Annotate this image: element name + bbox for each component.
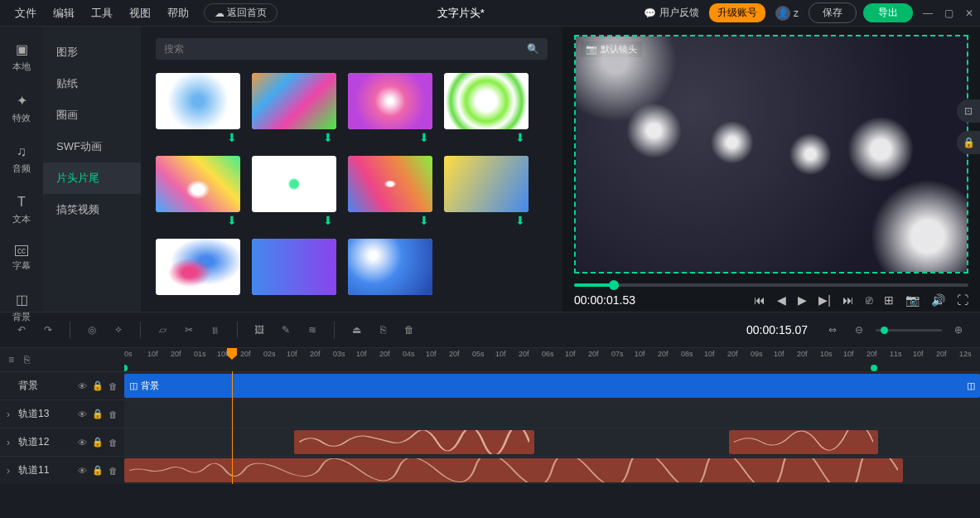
asset-thumb[interactable]: [348, 73, 432, 129]
lock-icon[interactable]: 🔒: [92, 409, 104, 419]
user-menu[interactable]: 👤 z: [775, 6, 799, 21]
menu-tools[interactable]: 工具: [83, 6, 121, 21]
download-icon[interactable]: ⬇: [419, 131, 429, 144]
save-button[interactable]: 保存: [809, 2, 857, 23]
zoom-in-button[interactable]: ⊕: [949, 320, 968, 340]
asset-thumb[interactable]: [156, 73, 240, 129]
export-clip-button[interactable]: ⏏: [346, 320, 366, 340]
lock-tool[interactable]: 🔒: [957, 131, 980, 154]
playhead[interactable]: [227, 348, 237, 360]
target-button[interactable]: ◎: [82, 320, 102, 340]
out-marker[interactable]: [871, 365, 877, 371]
visibility-icon[interactable]: 👁: [78, 438, 87, 448]
tab-subtitle[interactable]: cc字幕: [12, 245, 31, 272]
zoom-slider[interactable]: [876, 329, 942, 332]
export-button[interactable]: 导出: [863, 3, 913, 22]
prev-frame-button[interactable]: ⏮: [754, 293, 765, 307]
preview-slider[interactable]: [574, 283, 968, 287]
audio-clip[interactable]: [124, 458, 903, 482]
tracks-copy-button[interactable]: ⎘: [24, 354, 30, 366]
cat-stickers[interactable]: 贴纸: [43, 68, 141, 99]
visibility-icon[interactable]: 👁: [78, 381, 87, 391]
close-button[interactable]: ✕: [965, 7, 973, 19]
play-button[interactable]: ▶: [798, 293, 807, 307]
step-back-button[interactable]: ◀: [777, 293, 786, 307]
lock-icon[interactable]: 🔒: [92, 465, 104, 476]
menu-edit[interactable]: 编辑: [45, 6, 83, 21]
download-icon[interactable]: ⬇: [515, 214, 525, 227]
trash-icon[interactable]: 🗑: [109, 409, 118, 419]
slider-thumb[interactable]: [609, 280, 619, 290]
redo-button[interactable]: ↷: [38, 320, 58, 340]
upgrade-button[interactable]: 升级账号: [709, 3, 765, 22]
cat-funny[interactable]: 搞笑视频: [43, 194, 141, 225]
tab-effects[interactable]: ✦特效: [12, 93, 31, 124]
asset-thumb[interactable]: [156, 156, 240, 212]
lock-icon[interactable]: 🔒: [92, 437, 104, 448]
layers-button[interactable]: ≋: [302, 320, 322, 340]
tab-background[interactable]: ◫背景: [12, 292, 31, 323]
download-icon[interactable]: ⬇: [323, 214, 333, 227]
tab-local[interactable]: ▣本地: [12, 41, 31, 73]
home-button[interactable]: ☁ 返回首页: [204, 3, 278, 22]
in-marker[interactable]: [124, 365, 128, 371]
fit-button[interactable]: ⇔: [823, 320, 842, 340]
cat-shapes[interactable]: 图形: [43, 36, 141, 68]
time-ruler[interactable]: 0s10f20f01s10f20f02s10f20f03s10f20f04s10…: [124, 348, 980, 371]
trash-icon[interactable]: 🗑: [109, 438, 118, 448]
grid-button[interactable]: ⊞: [884, 293, 894, 307]
preview-canvas[interactable]: 📷 默认镜头: [574, 35, 968, 274]
audio-clip[interactable]: [729, 430, 878, 454]
asset-thumb[interactable]: [444, 156, 529, 212]
tracks-menu-button[interactable]: ≡: [8, 354, 14, 366]
ratio-button[interactable]: ▱: [152, 320, 172, 340]
cat-swf[interactable]: SWF动画: [43, 131, 141, 162]
locate-button[interactable]: ✧: [109, 320, 128, 340]
fullscreen-button[interactable]: ⛶: [957, 293, 968, 307]
volume-button[interactable]: 🔊: [931, 293, 945, 307]
trash-icon[interactable]: 🗑: [109, 466, 118, 476]
asset-thumb[interactable]: [252, 239, 336, 295]
edit-button[interactable]: ✎: [276, 320, 296, 340]
trash-icon[interactable]: 🗑: [109, 381, 118, 391]
menu-help[interactable]: 帮助: [159, 6, 197, 21]
asset-thumb[interactable]: [252, 156, 336, 212]
snapshot-button[interactable]: 📷: [905, 293, 920, 307]
split-button[interactable]: ⫼: [205, 320, 225, 340]
zoom-out-button[interactable]: ⊖: [849, 320, 869, 340]
menu-view[interactable]: 视图: [121, 6, 159, 21]
expand-icon[interactable]: ›: [7, 409, 13, 420]
cat-circle-draw[interactable]: 圈画: [43, 99, 141, 131]
download-icon[interactable]: ⬇: [323, 131, 333, 144]
maximize-button[interactable]: ▢: [944, 7, 953, 19]
asset-thumb[interactable]: [348, 156, 432, 212]
step-forward-button[interactable]: ▶|: [818, 293, 831, 307]
visibility-icon[interactable]: 👁: [78, 409, 87, 419]
asset-thumb[interactable]: [348, 239, 432, 295]
download-icon[interactable]: ⬇: [227, 131, 237, 144]
search-input[interactable]: [164, 43, 527, 55]
image-button[interactable]: 🖼: [249, 320, 269, 340]
menu-file[interactable]: 文件: [7, 6, 45, 21]
bg-clip[interactable]: ◫ 背景 ◫: [124, 374, 980, 398]
download-icon[interactable]: ⬇: [227, 214, 237, 227]
asset-thumb[interactable]: [444, 73, 529, 129]
audio-clip[interactable]: [294, 430, 534, 454]
undo-button[interactable]: ↶: [12, 320, 31, 340]
download-icon[interactable]: ⬇: [419, 214, 429, 227]
cat-intro-outro[interactable]: 片头片尾: [43, 162, 141, 194]
delete-button[interactable]: 🗑: [399, 320, 419, 340]
screenshot-button[interactable]: ⎚: [866, 293, 872, 307]
next-frame-button[interactable]: ⏭: [842, 293, 854, 307]
tab-audio[interactable]: ♫音频: [12, 144, 31, 175]
feedback-button[interactable]: 💬 用户反馈: [644, 6, 699, 20]
asset-thumb[interactable]: [252, 73, 336, 129]
crop-button[interactable]: ✂: [179, 320, 199, 340]
expand-icon[interactable]: ›: [7, 437, 13, 448]
asset-thumb[interactable]: [156, 239, 240, 295]
tab-text[interactable]: T文本: [12, 195, 31, 225]
visibility-icon[interactable]: 👁: [78, 466, 87, 476]
search-bar[interactable]: 🔍: [156, 38, 548, 60]
crop-tool[interactable]: ⊡: [957, 99, 980, 123]
search-icon[interactable]: 🔍: [527, 43, 539, 55]
